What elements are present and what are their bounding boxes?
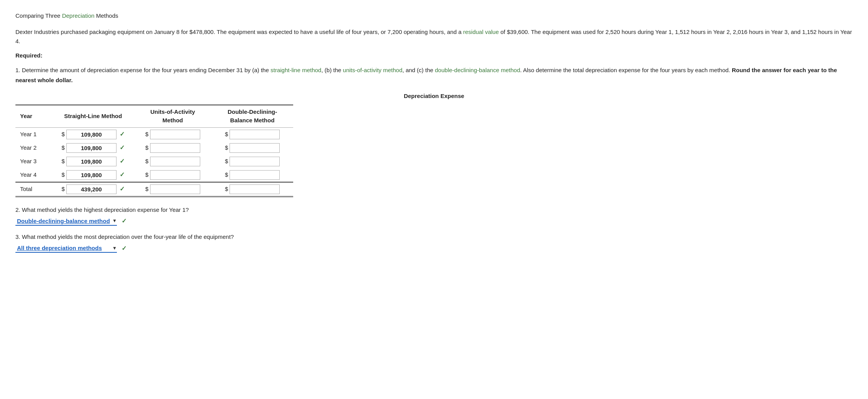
year-1-sl-cell: $ ✓ xyxy=(52,127,134,141)
q2-select-wrapper[interactable]: Straight-line method Units-of-activity m… xyxy=(15,217,117,226)
dollar-sign: $ xyxy=(61,130,64,139)
total-sl-input[interactable] xyxy=(66,184,117,194)
intro-text1: Dexter Industries purchased packaging eq… xyxy=(15,29,461,35)
year-3-ua-input[interactable] xyxy=(150,157,200,166)
table-row-total: Total $ ✓ $ $ xyxy=(15,182,293,197)
depreciation-table: Year Straight-Line Method Units-of-Activ… xyxy=(15,105,293,197)
q2-text: 2. What method yields the highest deprec… xyxy=(15,206,853,215)
question-3-section: 3. What method yields the most depreciat… xyxy=(15,233,853,253)
residual-value-link: residual value xyxy=(463,29,499,35)
table-row: Year 2 $ ✓ $ $ xyxy=(15,141,293,155)
year-2-ua-input[interactable] xyxy=(150,143,200,153)
q3-check: ✓ xyxy=(122,244,127,253)
dollar-sign: $ xyxy=(145,130,148,139)
q1-link-double-declining: double-declining-balance method xyxy=(435,67,520,73)
table-row: Year 1 $ ✓ $ $ xyxy=(15,127,293,141)
total-ua-input[interactable] xyxy=(150,184,200,194)
question-2-section: 2. What method yields the highest deprec… xyxy=(15,206,853,226)
year-4-ua-input[interactable] xyxy=(150,170,200,180)
year-4-db-input[interactable] xyxy=(230,170,280,180)
header-double-declining: Double-Declining- Balance Method xyxy=(211,105,293,128)
year-1-db-input[interactable] xyxy=(230,130,280,139)
q1-text-mid1: , (b) the xyxy=(321,67,343,73)
q3-text: 3. What method yields the most depreciat… xyxy=(15,233,853,242)
depreciation-table-section: Depreciation Expense Year Straight-Line … xyxy=(15,92,853,197)
year-3-db-input[interactable] xyxy=(230,157,280,166)
header-straight-line: Straight-Line Method xyxy=(52,105,134,128)
q1-link-straight-line: straight-line method xyxy=(270,67,321,73)
year-2-sl-check: ✓ xyxy=(120,143,125,152)
table-row: Year 3 $ ✓ $ $ xyxy=(15,155,293,168)
q3-select-wrapper[interactable]: Straight-line method Units-of-activity m… xyxy=(15,244,117,253)
total-db-input[interactable] xyxy=(230,184,280,194)
q2-check: ✓ xyxy=(122,216,127,226)
year-3-label: Year 3 xyxy=(15,155,52,168)
year-4-label: Year 4 xyxy=(15,168,52,182)
required-label: Required: xyxy=(15,51,853,60)
header-year: Year xyxy=(15,105,52,128)
year-1-ua-cell: $ xyxy=(134,127,211,141)
year-1-sl-input[interactable] xyxy=(66,130,117,139)
page-title: Comparing Three Depreciation Methods xyxy=(15,12,853,20)
dropdown-arrow-icon: ▼ xyxy=(112,245,117,252)
year-1-ua-input[interactable] xyxy=(150,130,200,139)
table-title: Depreciation Expense xyxy=(15,92,853,101)
year-3-sl-check: ✓ xyxy=(120,157,125,166)
title-end: Methods xyxy=(95,12,118,19)
intro-paragraph: Dexter Industries purchased packaging eq… xyxy=(15,27,853,46)
q3-answer-row: Straight-line method Units-of-activity m… xyxy=(15,244,853,253)
table-row: Year 4 $ ✓ $ $ xyxy=(15,168,293,182)
year-2-sl-input[interactable] xyxy=(66,143,117,153)
dollar-sign: $ xyxy=(225,130,228,139)
q1-text-mid2: , and (c) the xyxy=(402,67,435,73)
total-label: Total xyxy=(15,182,52,197)
q1-text-before: 1. Determine the amount of depreciation … xyxy=(15,67,270,73)
year-4-sl-check: ✓ xyxy=(120,170,125,179)
year-4-sl-input[interactable] xyxy=(66,170,117,180)
question-1: 1. Determine the amount of depreciation … xyxy=(15,65,853,85)
q2-select[interactable]: Straight-line method Units-of-activity m… xyxy=(15,217,111,225)
year-1-db-cell: $ xyxy=(211,127,293,141)
total-sl-check: ✓ xyxy=(120,184,125,194)
header-units-activity: Units-of-Activity Method xyxy=(134,105,211,128)
year-2-db-input[interactable] xyxy=(230,143,280,153)
q3-select[interactable]: Straight-line method Units-of-activity m… xyxy=(15,244,111,252)
dropdown-arrow-icon: ▼ xyxy=(112,217,117,224)
year-1-sl-check: ✓ xyxy=(120,130,125,139)
year-1-label: Year 1 xyxy=(15,127,52,141)
title-green: Depreciation xyxy=(62,12,95,19)
title-plain: Comparing Three xyxy=(15,12,62,19)
q1-text-end1: . Also determine the total depreciation … xyxy=(520,67,732,73)
q2-answer-row: Straight-line method Units-of-activity m… xyxy=(15,216,853,226)
year-2-label: Year 2 xyxy=(15,141,52,155)
year-3-sl-input[interactable] xyxy=(66,157,117,166)
q1-link-units-activity: units-of-activity method xyxy=(343,67,402,73)
